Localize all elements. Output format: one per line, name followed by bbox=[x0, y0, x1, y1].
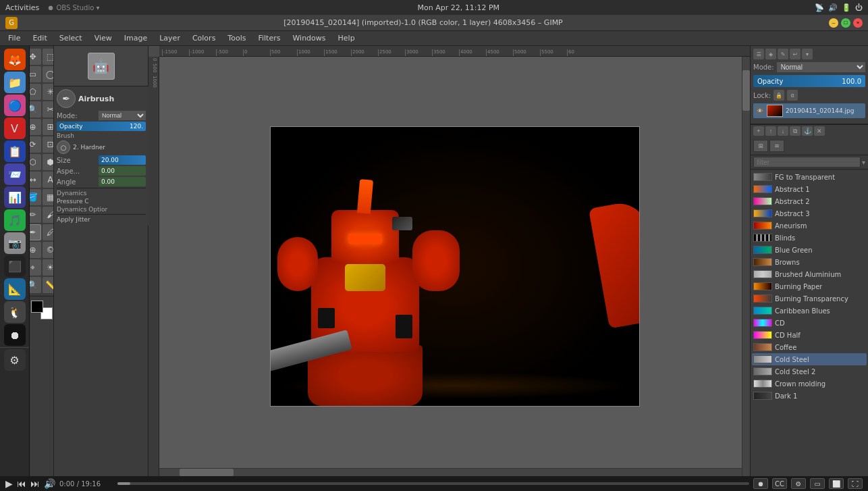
duplicate-layer-btn[interactable]: ⧉ bbox=[790, 126, 801, 136]
gradient-aneurism[interactable]: Aneurism bbox=[752, 219, 867, 232]
gradient-cold-steel2[interactable]: Cold Steel 2 bbox=[752, 365, 867, 378]
minimize-button[interactable]: – bbox=[829, 18, 838, 28]
tool-ellipse-select[interactable]: ◯ bbox=[43, 66, 55, 82]
mode-select[interactable]: Normal bbox=[99, 111, 146, 120]
window-controls[interactable]: – □ × bbox=[829, 18, 863, 28]
tool-scissors[interactable]: ✂ bbox=[43, 101, 55, 118]
layers-icon[interactable]: ☰ bbox=[753, 49, 764, 59]
tool-ink[interactable]: 🖊 bbox=[43, 224, 55, 240]
lock-alpha-icon[interactable]: α bbox=[787, 90, 798, 101]
dock-app2[interactable]: 📋 bbox=[4, 140, 26, 162]
gradient-dark1[interactable]: Dark 1 bbox=[752, 390, 867, 402]
filter-dropdown-icon[interactable]: ▾ bbox=[862, 159, 865, 166]
progress-bar[interactable] bbox=[117, 482, 749, 485]
gradient-abstract3[interactable]: Abstract 3 bbox=[752, 207, 867, 219]
scrollbar-horizontal[interactable] bbox=[159, 468, 742, 476]
layer-entry[interactable]: 👁 20190415_020144.jpg bbox=[753, 103, 865, 118]
record-button[interactable]: ⏺ bbox=[753, 478, 768, 489]
tool-foreground-select[interactable]: ⊕ bbox=[30, 119, 41, 135]
gradient-cold-steel[interactable]: Cold Steel bbox=[752, 353, 867, 365]
menu-colors[interactable]: Colors bbox=[187, 32, 221, 44]
tool-rect-select[interactable]: ▭ bbox=[30, 66, 41, 82]
skip-back-button[interactable]: ⏮ bbox=[17, 478, 26, 489]
scrollbar-vertical[interactable] bbox=[742, 57, 750, 476]
dock-files[interactable]: 📁 bbox=[4, 72, 26, 93]
dock-vivaldi[interactable]: V bbox=[4, 118, 26, 139]
fullscreen-button[interactable]: ⛶ bbox=[848, 478, 863, 489]
tool-scale[interactable]: ⊡ bbox=[43, 136, 55, 153]
tool-airbrush[interactable]: ✒ bbox=[30, 224, 41, 240]
tool-pencil[interactable]: ✏ bbox=[30, 207, 41, 223]
aspect-bar[interactable]: 0.00 bbox=[99, 166, 146, 176]
dock-obs[interactable]: ⏺ bbox=[4, 324, 26, 346]
angle-bar[interactable]: 0.00 bbox=[99, 177, 146, 186]
paths-icon[interactable]: ✎ bbox=[778, 49, 788, 59]
dock-spotify[interactable]: 🎵 bbox=[4, 209, 26, 231]
audio-button[interactable]: 🔊 bbox=[44, 478, 55, 489]
tool-fuzzy-select[interactable]: ✳ bbox=[43, 84, 55, 100]
gradient-filter-input[interactable] bbox=[753, 157, 861, 167]
dock-app4[interactable]: 📊 bbox=[4, 186, 26, 208]
undo-icon[interactable]: ↩ bbox=[790, 49, 801, 59]
menu-edit[interactable]: Edit bbox=[27, 32, 52, 44]
sidebar-button[interactable]: ⬜ bbox=[829, 478, 844, 489]
tool-paintbrush[interactable]: 🖌 bbox=[43, 207, 55, 223]
dock-terminal[interactable]: ⬛ bbox=[4, 255, 26, 277]
activities-label[interactable]: Activities bbox=[5, 3, 39, 12]
menu-view[interactable]: View bbox=[89, 32, 117, 44]
view-mode-button[interactable]: ▭ bbox=[810, 478, 825, 489]
size-bar[interactable]: 20.00 bbox=[99, 155, 146, 165]
skip-forward-button[interactable]: ⏭ bbox=[30, 478, 40, 489]
tool-heal[interactable]: ⊕ bbox=[30, 242, 41, 258]
dock-app6[interactable]: 📐 bbox=[4, 278, 26, 300]
gradient-burning-transparency[interactable]: Burning Transparency bbox=[752, 292, 867, 305]
layer-visibility-icon[interactable]: 👁 bbox=[756, 107, 764, 115]
gradient-coffee[interactable]: Coffee bbox=[752, 341, 867, 353]
tool-dodge[interactable]: ☀ bbox=[43, 259, 55, 276]
raise-layer-btn[interactable]: ↑ bbox=[765, 126, 776, 136]
dock-app5[interactable]: 📷 bbox=[4, 232, 26, 254]
tool-gradient[interactable]: ▦ bbox=[43, 189, 55, 205]
gradient-blinds[interactable]: Blinds bbox=[752, 232, 867, 244]
cc-button[interactable]: CC bbox=[772, 478, 787, 489]
scrollbar-thumb-h[interactable] bbox=[180, 469, 234, 476]
lock-pixels-icon[interactable]: 🔒 bbox=[774, 90, 784, 101]
anchor-layer-btn[interactable]: ⚓ bbox=[802, 126, 813, 136]
scrollbar-thumb-v[interactable] bbox=[742, 70, 750, 111]
tool-text[interactable]: A bbox=[43, 172, 55, 188]
menu-image[interactable]: Image bbox=[119, 32, 153, 44]
gradient-browns[interactable]: Browns bbox=[752, 256, 867, 268]
close-button[interactable]: × bbox=[853, 18, 863, 28]
gradient-abstract2[interactable]: Abstract 2 bbox=[752, 195, 867, 207]
gradient-caribbean[interactable]: Caribbean Blues bbox=[752, 305, 867, 317]
gradient-cd-half[interactable]: CD Half bbox=[752, 329, 867, 341]
tool-align[interactable]: ⬚ bbox=[43, 49, 55, 65]
opacity-bar[interactable]: Opacity 120. bbox=[57, 122, 146, 131]
grad-grid-btn[interactable]: ⊞ bbox=[753, 140, 768, 152]
menu-tools[interactable]: Tools bbox=[222, 32, 251, 44]
menu-help[interactable]: Help bbox=[333, 32, 360, 44]
tool-clone[interactable]: © bbox=[43, 242, 55, 258]
gradient-brushed-aluminium[interactable]: Brushed Aluminium bbox=[752, 268, 867, 280]
tool-shear[interactable]: ⬡ bbox=[30, 154, 41, 170]
gradient-burning-paper[interactable]: Burning Paper bbox=[752, 280, 867, 292]
tool-smudge[interactable]: ⌖ bbox=[30, 259, 41, 276]
gradient-crown-molding[interactable]: Crown molding bbox=[752, 378, 867, 390]
menu-windows[interactable]: Windows bbox=[287, 32, 331, 44]
panel-config-icon[interactable]: ▾ bbox=[802, 49, 813, 59]
maximize-button[interactable]: □ bbox=[841, 18, 850, 28]
canvas-content[interactable] bbox=[159, 57, 750, 476]
new-layer-btn[interactable]: + bbox=[753, 126, 764, 136]
menu-select[interactable]: Select bbox=[54, 32, 88, 44]
tool-color-select[interactable]: 🔍 bbox=[30, 101, 41, 118]
dock-app3[interactable]: 📨 bbox=[4, 163, 26, 185]
tool-perspective[interactable]: ⬢ bbox=[43, 154, 55, 170]
dock-gimp[interactable]: 🐧 bbox=[4, 301, 26, 323]
play-button[interactable]: ▶ bbox=[5, 478, 13, 489]
gradient-abstract1[interactable]: Abstract 1 bbox=[752, 183, 867, 195]
tool-measure[interactable]: 📏 bbox=[43, 277, 55, 293]
settings-button[interactable]: ⚙ bbox=[791, 478, 806, 489]
menu-filters[interactable]: Filters bbox=[252, 32, 286, 44]
tool-free-select[interactable]: ⬠ bbox=[30, 84, 41, 100]
tool-crop[interactable]: ⊞ bbox=[43, 119, 55, 135]
